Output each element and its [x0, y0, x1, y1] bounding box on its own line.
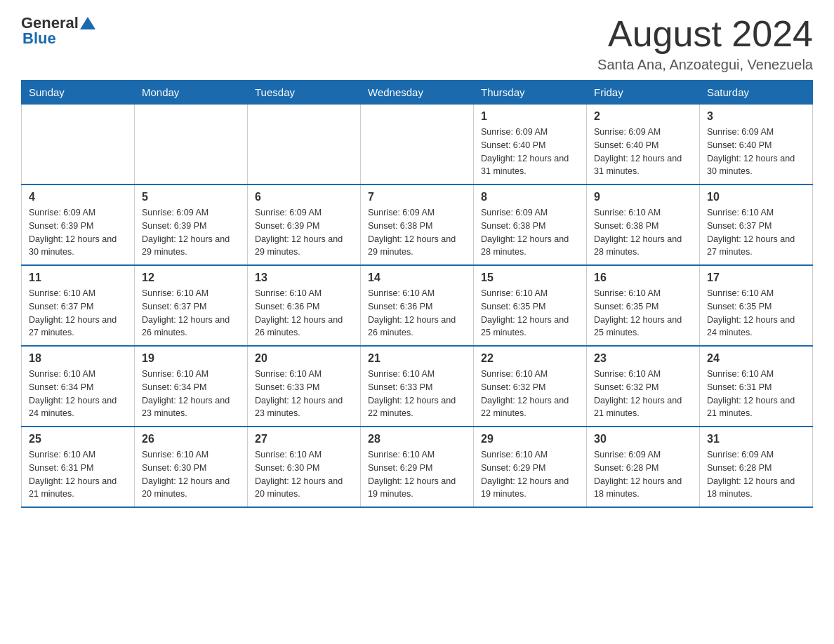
day-number: 2 [594, 110, 692, 123]
day-info: Sunrise: 6:10 AM Sunset: 6:32 PM Dayligh… [481, 368, 579, 420]
calendar-day-cell [22, 105, 135, 185]
day-number: 22 [481, 352, 579, 365]
day-info: Sunrise: 6:09 AM Sunset: 6:39 PM Dayligh… [142, 206, 240, 259]
day-number: 6 [255, 191, 353, 203]
calendar-table: SundayMondayTuesdayWednesdayThursdayFrid… [21, 80, 813, 508]
day-info: Sunrise: 6:09 AM Sunset: 6:28 PM Dayligh… [707, 448, 805, 501]
day-number: 4 [29, 191, 127, 203]
calendar-day-cell: 28Sunrise: 6:10 AM Sunset: 6:29 PM Dayli… [361, 427, 474, 507]
day-number: 5 [142, 191, 240, 203]
calendar-day-cell: 6Sunrise: 6:09 AM Sunset: 6:39 PM Daylig… [248, 185, 361, 265]
logo-triangle-icon [80, 15, 95, 31]
calendar-day-cell: 17Sunrise: 6:10 AM Sunset: 6:35 PM Dayli… [700, 265, 813, 346]
day-number: 17 [707, 271, 805, 284]
calendar-day-cell: 14Sunrise: 6:10 AM Sunset: 6:36 PM Dayli… [361, 265, 474, 346]
calendar-day-cell: 27Sunrise: 6:10 AM Sunset: 6:30 PM Dayli… [248, 427, 361, 507]
day-number: 1 [481, 110, 579, 123]
day-info: Sunrise: 6:09 AM Sunset: 6:39 PM Dayligh… [29, 206, 127, 259]
day-info: Sunrise: 6:09 AM Sunset: 6:40 PM Dayligh… [707, 126, 805, 178]
calendar-day-cell: 3Sunrise: 6:09 AM Sunset: 6:40 PM Daylig… [700, 105, 813, 185]
calendar-day-cell: 5Sunrise: 6:09 AM Sunset: 6:39 PM Daylig… [135, 185, 248, 265]
calendar-week-row: 4Sunrise: 6:09 AM Sunset: 6:39 PM Daylig… [22, 185, 813, 265]
title-block: August 2024 Santa Ana, Anzoategui, Venez… [597, 14, 813, 73]
calendar-day-cell [135, 105, 248, 185]
day-info: Sunrise: 6:09 AM Sunset: 6:28 PM Dayligh… [594, 448, 692, 501]
calendar-day-cell: 1Sunrise: 6:09 AM Sunset: 6:40 PM Daylig… [474, 105, 587, 185]
calendar-day-cell: 23Sunrise: 6:10 AM Sunset: 6:32 PM Dayli… [587, 346, 700, 427]
day-number: 18 [29, 352, 127, 365]
day-info: Sunrise: 6:10 AM Sunset: 6:33 PM Dayligh… [368, 368, 466, 420]
day-number: 29 [481, 433, 579, 445]
day-info: Sunrise: 6:10 AM Sunset: 6:29 PM Dayligh… [368, 448, 466, 501]
day-number: 27 [255, 433, 353, 445]
weekday-header-thursday: Thursday [474, 81, 587, 105]
month-title: August 2024 [597, 14, 813, 54]
day-info: Sunrise: 6:10 AM Sunset: 6:30 PM Dayligh… [255, 448, 353, 501]
day-info: Sunrise: 6:09 AM Sunset: 6:38 PM Dayligh… [368, 206, 466, 259]
day-number: 24 [707, 352, 805, 365]
day-info: Sunrise: 6:09 AM Sunset: 6:39 PM Dayligh… [255, 206, 353, 259]
logo-text-blue: Blue [22, 29, 56, 48]
svg-marker-0 [80, 17, 95, 29]
day-info: Sunrise: 6:10 AM Sunset: 6:36 PM Dayligh… [368, 287, 466, 340]
day-number: 12 [142, 271, 240, 284]
day-number: 15 [481, 271, 579, 284]
day-info: Sunrise: 6:09 AM Sunset: 6:38 PM Dayligh… [481, 206, 579, 259]
day-number: 14 [368, 271, 466, 284]
day-info: Sunrise: 6:10 AM Sunset: 6:37 PM Dayligh… [142, 287, 240, 340]
calendar-day-cell: 13Sunrise: 6:10 AM Sunset: 6:36 PM Dayli… [248, 265, 361, 346]
calendar-day-cell: 8Sunrise: 6:09 AM Sunset: 6:38 PM Daylig… [474, 185, 587, 265]
calendar-day-cell: 29Sunrise: 6:10 AM Sunset: 6:29 PM Dayli… [474, 427, 587, 507]
calendar-day-cell: 9Sunrise: 6:10 AM Sunset: 6:38 PM Daylig… [587, 185, 700, 265]
day-number: 26 [142, 433, 240, 445]
calendar-day-cell: 11Sunrise: 6:10 AM Sunset: 6:37 PM Dayli… [22, 265, 135, 346]
location-title: Santa Ana, Anzoategui, Venezuela [597, 57, 813, 73]
calendar-day-cell: 10Sunrise: 6:10 AM Sunset: 6:37 PM Dayli… [700, 185, 813, 265]
calendar-week-row: 1Sunrise: 6:09 AM Sunset: 6:40 PM Daylig… [22, 105, 813, 185]
calendar-day-cell: 30Sunrise: 6:09 AM Sunset: 6:28 PM Dayli… [587, 427, 700, 507]
day-info: Sunrise: 6:10 AM Sunset: 6:35 PM Dayligh… [481, 287, 579, 340]
day-info: Sunrise: 6:09 AM Sunset: 6:40 PM Dayligh… [594, 126, 692, 178]
day-number: 25 [29, 433, 127, 445]
day-info: Sunrise: 6:10 AM Sunset: 6:34 PM Dayligh… [29, 368, 127, 420]
calendar-day-cell: 26Sunrise: 6:10 AM Sunset: 6:30 PM Dayli… [135, 427, 248, 507]
day-info: Sunrise: 6:10 AM Sunset: 6:38 PM Dayligh… [594, 206, 692, 259]
calendar-week-row: 25Sunrise: 6:10 AM Sunset: 6:31 PM Dayli… [22, 427, 813, 507]
day-number: 28 [368, 433, 466, 445]
day-number: 20 [255, 352, 353, 365]
day-number: 13 [255, 271, 353, 284]
calendar-day-cell: 21Sunrise: 6:10 AM Sunset: 6:33 PM Dayli… [361, 346, 474, 427]
calendar-day-cell: 31Sunrise: 6:09 AM Sunset: 6:28 PM Dayli… [700, 427, 813, 507]
calendar-day-cell: 22Sunrise: 6:10 AM Sunset: 6:32 PM Dayli… [474, 346, 587, 427]
day-number: 8 [481, 191, 579, 203]
calendar-day-cell: 4Sunrise: 6:09 AM Sunset: 6:39 PM Daylig… [22, 185, 135, 265]
page-header: General Blue August 2024 Santa Ana, Anzo… [21, 14, 813, 73]
calendar-day-cell: 15Sunrise: 6:10 AM Sunset: 6:35 PM Dayli… [474, 265, 587, 346]
day-number: 23 [594, 352, 692, 365]
day-number: 7 [368, 191, 466, 203]
calendar-day-cell: 25Sunrise: 6:10 AM Sunset: 6:31 PM Dayli… [22, 427, 135, 507]
calendar-day-cell: 12Sunrise: 6:10 AM Sunset: 6:37 PM Dayli… [135, 265, 248, 346]
weekday-header-friday: Friday [587, 81, 700, 105]
day-number: 11 [29, 271, 127, 284]
day-info: Sunrise: 6:10 AM Sunset: 6:31 PM Dayligh… [707, 368, 805, 420]
day-number: 19 [142, 352, 240, 365]
calendar-day-cell: 16Sunrise: 6:10 AM Sunset: 6:35 PM Dayli… [587, 265, 700, 346]
day-info: Sunrise: 6:10 AM Sunset: 6:30 PM Dayligh… [142, 448, 240, 501]
day-info: Sunrise: 6:10 AM Sunset: 6:33 PM Dayligh… [255, 368, 353, 420]
day-info: Sunrise: 6:10 AM Sunset: 6:37 PM Dayligh… [707, 206, 805, 259]
day-info: Sunrise: 6:10 AM Sunset: 6:34 PM Dayligh… [142, 368, 240, 420]
day-info: Sunrise: 6:10 AM Sunset: 6:32 PM Dayligh… [594, 368, 692, 420]
day-info: Sunrise: 6:10 AM Sunset: 6:29 PM Dayligh… [481, 448, 579, 501]
weekday-header-wednesday: Wednesday [361, 81, 474, 105]
day-info: Sunrise: 6:10 AM Sunset: 6:35 PM Dayligh… [594, 287, 692, 340]
day-info: Sunrise: 6:10 AM Sunset: 6:35 PM Dayligh… [707, 287, 805, 340]
calendar-day-cell: 18Sunrise: 6:10 AM Sunset: 6:34 PM Dayli… [22, 346, 135, 427]
calendar-day-cell: 24Sunrise: 6:10 AM Sunset: 6:31 PM Dayli… [700, 346, 813, 427]
weekday-header-tuesday: Tuesday [248, 81, 361, 105]
weekday-header-saturday: Saturday [700, 81, 813, 105]
logo: General Blue [21, 14, 95, 48]
calendar-day-cell [248, 105, 361, 185]
calendar-week-row: 11Sunrise: 6:10 AM Sunset: 6:37 PM Dayli… [22, 265, 813, 346]
day-info: Sunrise: 6:10 AM Sunset: 6:37 PM Dayligh… [29, 287, 127, 340]
